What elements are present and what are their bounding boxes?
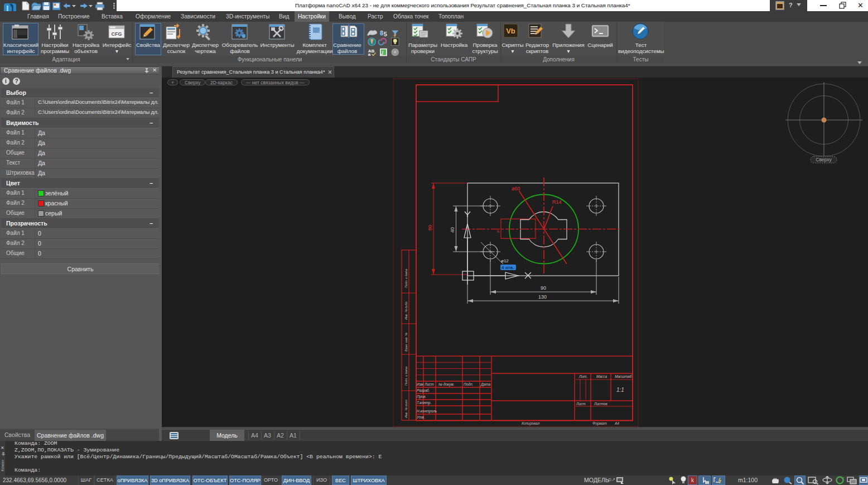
svg-text:Утв.: Утв. (416, 415, 425, 419)
svg-text:80: 80 (427, 225, 433, 231)
svg-text:Подп. и дата: Подп. и дата (404, 269, 408, 288)
svg-text:A4: A4 (614, 421, 619, 425)
svg-text:Лит.: Лит. (578, 374, 587, 378)
svg-text:Vb: Vb (506, 27, 515, 35)
svg-text:130: 130 (538, 294, 547, 300)
svg-text:Сверху: Сверху (816, 157, 832, 162)
svg-text:5: 5 (384, 31, 387, 37)
svg-text:Н.контроль: Н.контроль (417, 409, 437, 414)
svg-text:Взам. инв. №: Взам. инв. № (404, 333, 408, 352)
svg-text:40: 40 (450, 227, 455, 233)
svg-text:ø12: ø12 (501, 258, 509, 263)
svg-text:Подп.: Подп. (464, 382, 473, 386)
svg-text:Изм: Изм (417, 382, 424, 386)
svg-text:Инв. № дубл.: Инв. № дубл. (404, 301, 408, 320)
svg-text:Масса: Масса (596, 374, 607, 378)
svg-text:ø: ø (496, 230, 500, 233)
svg-text:a: a (368, 52, 371, 56)
svg-text:№ докум.: № докум. (438, 382, 455, 387)
svg-text:Т.контр.: Т.контр. (417, 401, 431, 405)
svg-text:Дата: Дата (480, 382, 491, 387)
svg-text:1:1: 1:1 (616, 387, 624, 393)
svg-text:R14: R14 (552, 199, 562, 205)
svg-text:Лист: Лист (576, 402, 586, 406)
svg-text:Пров.: Пров. (417, 395, 426, 399)
svg-text:Формат: Формат (592, 421, 607, 426)
svg-text:Масштаб: Масштаб (615, 374, 632, 378)
svg-text:Лист: Лист (424, 382, 434, 386)
svg-text:ø60: ø60 (512, 186, 520, 191)
svg-text:Копировал: Копировал (522, 421, 540, 426)
svg-text:90: 90 (541, 285, 546, 291)
svg-text:Инв. № подл.: Инв. № подл. (404, 399, 408, 418)
svg-text:4 отв.: 4 отв. (501, 265, 514, 270)
svg-text:Подп. и дата: Подп. и дата (404, 367, 408, 386)
svg-text:Листов: Листов (594, 402, 607, 406)
svg-text:Разраб.: Разраб. (417, 388, 430, 393)
svg-text:CFG: CFG (112, 31, 122, 37)
